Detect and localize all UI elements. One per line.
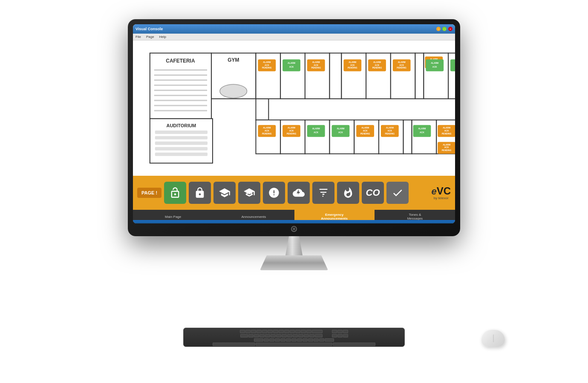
svg-text:ACK: ACK (387, 130, 392, 132)
svg-text:ACK: ACK (314, 64, 318, 66)
svg-text:ALARM: ALARM (263, 127, 271, 129)
svg-text:AUDITORIUM: AUDITORIUM (167, 123, 196, 128)
window-title: Visual Console (135, 27, 436, 31)
checkmark-button[interactable] (386, 182, 409, 204)
svg-text:ALARM: ALARM (418, 128, 426, 130)
alert-button[interactable] (263, 182, 285, 204)
fire-button[interactable] (337, 182, 359, 204)
menu-bar: File Page Help (133, 34, 455, 40)
svg-text:ACK: ACK (375, 64, 380, 66)
screen: Visual Console − □ × File Page Help (133, 24, 455, 223)
svg-text:ALARM: ALARM (398, 61, 406, 63)
school-icon (219, 187, 231, 199)
svg-text:ALARM: ALARM (288, 127, 295, 129)
svg-text:ACK: ACK (338, 131, 343, 134)
svg-text:PENDING: PENDING (287, 133, 297, 135)
svg-rect-71 (450, 60, 455, 71)
svg-text:ALARM: ALARM (312, 61, 320, 63)
svg-text:ALARM: ALARM (337, 128, 344, 130)
svg-text:ACK: ACK (265, 64, 269, 66)
svg-text:PENDING: PENDING (348, 67, 357, 69)
title-bar: Visual Console − □ × (133, 24, 455, 34)
lock-icon (194, 187, 206, 199)
tornado-icon (317, 187, 329, 199)
unlock-button[interactable] (164, 182, 186, 204)
logo-sub: by telexor (434, 196, 449, 200)
svg-text:ALARM: ALARM (443, 127, 450, 129)
desktop-scene: Visual Console − □ × File Page Help (0, 0, 588, 383)
svg-text:ALARM: ALARM (443, 144, 450, 146)
svg-rect-25 (330, 53, 342, 99)
co-button[interactable]: CO (362, 182, 384, 204)
keyboard (183, 328, 405, 347)
alert-icon (268, 187, 280, 199)
fire-icon (342, 187, 354, 199)
svg-point-107 (247, 192, 248, 194)
svg-text:ACK: ACK (314, 131, 318, 134)
svg-text:PENDING: PENDING (262, 133, 272, 135)
menu-page[interactable]: Page (146, 35, 154, 39)
building-icon (243, 187, 255, 199)
menu-help[interactable]: Help (159, 35, 166, 39)
stand-neck (285, 236, 303, 255)
stand-base (260, 255, 328, 270)
checkmark-icon (392, 187, 404, 199)
page-label[interactable]: PAGE ! (137, 188, 161, 198)
svg-text:ACK: ACK (444, 130, 449, 132)
monitor-stand (260, 236, 328, 274)
svg-text:ALARM: ALARM (386, 127, 394, 129)
mouse-divider (493, 334, 493, 342)
svg-text:ALARM: ALARM (288, 62, 295, 64)
svg-point-13 (220, 84, 247, 98)
monitor: Visual Console − □ × File Page Help (119, 19, 469, 274)
menu-file[interactable]: File (135, 35, 141, 39)
storm-button[interactable] (288, 182, 310, 204)
svg-text:PENDING: PENDING (442, 133, 452, 135)
svg-text:ALARM: ALARM (349, 61, 356, 63)
close-btn[interactable]: × (448, 27, 453, 31)
monitor-bezel: Visual Console − □ × File Page Help (133, 24, 455, 223)
svg-rect-29 (415, 53, 424, 99)
svg-text:PENDING: PENDING (385, 133, 395, 135)
svg-point-108 (248, 192, 250, 193)
svg-rect-16 (155, 131, 208, 134)
logo-main: eVC (431, 186, 451, 196)
svg-rect-19 (155, 147, 208, 151)
svg-text:PENDING: PENDING (262, 67, 272, 69)
school-button[interactable] (213, 182, 236, 204)
svg-rect-20 (155, 152, 208, 156)
floor-plan-svg: CAFETERIA GYM (133, 40, 455, 176)
window-controls: − □ × (436, 27, 453, 31)
svg-text:PENDING: PENDING (442, 149, 452, 151)
svg-text:ALARM: ALARM (312, 128, 320, 130)
monitor-frame: Visual Console − □ × File Page Help (128, 19, 460, 236)
unlock-icon (169, 187, 181, 199)
svg-text:ACK: ACK (265, 130, 269, 132)
svg-text:ACK: ACK (289, 130, 294, 132)
svg-text:ACK: ACK (363, 130, 368, 132)
svg-rect-18 (155, 142, 208, 145)
svg-text:ALARM: ALARM (263, 61, 271, 63)
svg-text:PENDING: PENDING (360, 133, 370, 135)
svg-point-109 (251, 192, 252, 194)
minimize-btn[interactable]: − (436, 27, 441, 31)
svg-text:ACK: ACK (432, 66, 437, 68)
toolbar: PAGE ! (133, 176, 455, 210)
co-label: CO (366, 187, 380, 198)
svg-text:ACK: ACK (350, 64, 355, 66)
floor-plan-area: CAFETERIA GYM (133, 40, 455, 176)
maximize-btn[interactable]: □ (442, 27, 447, 31)
svg-rect-17 (155, 136, 208, 140)
svg-text:ALARM: ALARM (431, 62, 438, 64)
svg-rect-38 (404, 120, 412, 154)
storm-icon (293, 187, 305, 199)
logo-area: eVC by telexor (431, 186, 451, 200)
building-button[interactable] (238, 182, 260, 204)
svg-text:PENDING: PENDING (397, 67, 406, 69)
svg-text:PENDING: PENDING (372, 67, 382, 69)
lock-button[interactable] (189, 182, 211, 204)
tornado-button[interactable] (312, 182, 334, 204)
svg-rect-21 (256, 99, 268, 120)
svg-text:ALARM: ALARM (361, 127, 369, 129)
svg-text:ACK: ACK (399, 64, 404, 66)
